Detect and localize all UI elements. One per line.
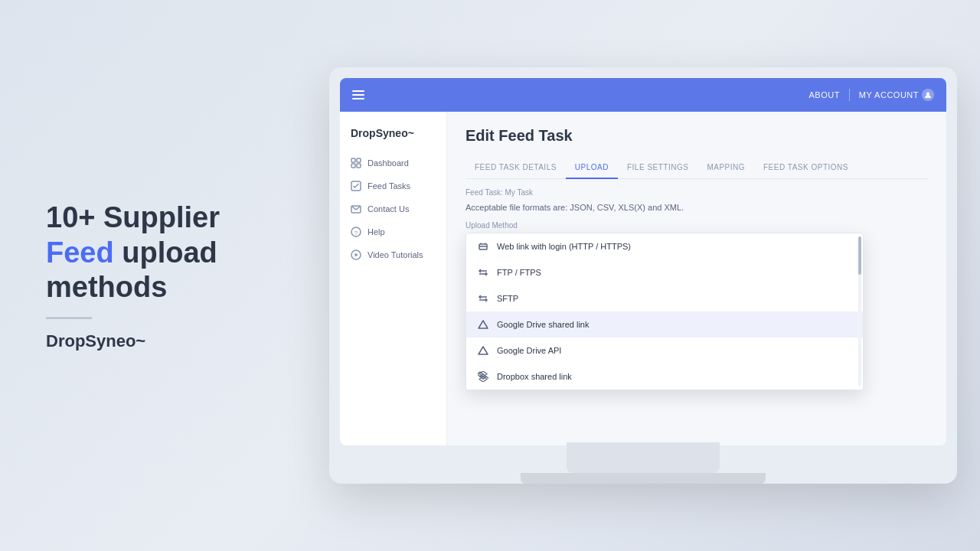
scrollbar-track (858, 236, 861, 386)
tab-upload[interactable]: UPLOAD (566, 157, 618, 179)
grid-icon (351, 158, 361, 168)
sidebar-item-video-tutorials[interactable]: Video Tutorials (340, 243, 446, 266)
svg-rect-3 (351, 164, 355, 168)
dropdown-item-dropbox[interactable]: Dropbox shared link (466, 364, 863, 390)
upload-section: Upload Method Web (466, 221, 928, 230)
gdrive-api-icon (477, 344, 489, 357)
dropbox-icon (477, 370, 489, 383)
promo-line2-highlight: Feed (46, 236, 114, 268)
sidebar-item-video-tutorials-label: Video Tutorials (368, 250, 423, 259)
promo-line1: 10+ Supplier (46, 201, 220, 233)
app-header: ABOUT MY ACCOUNT (340, 78, 946, 112)
sidebar-item-help-label: Help (368, 227, 385, 236)
svg-marker-20 (479, 347, 488, 354)
svg-marker-10 (355, 253, 359, 257)
sftp-icon (477, 292, 489, 305)
ftp-icon (477, 266, 489, 279)
monitor-stand-area (340, 442, 946, 484)
monitor-screen: ABOUT MY ACCOUNT DropSyneo~ (340, 78, 946, 445)
dropdown-item-gdrive-shared[interactable]: Google Drive shared link (466, 311, 863, 337)
header-right: ABOUT MY ACCOUNT (808, 89, 934, 101)
monitor-frame: ABOUT MY ACCOUNT DropSyneo~ (329, 67, 957, 484)
tab-feed-task-options[interactable]: FEED TASK OPTIONS (754, 157, 858, 179)
svg-marker-19 (479, 321, 488, 328)
link-icon (477, 240, 489, 253)
play-circle-icon (351, 249, 361, 260)
promo-logo-syneo: Syneo (85, 331, 136, 350)
dropdown-item-web-link[interactable]: Web link with login (HTTP / HTTPS) (466, 233, 863, 259)
main-content: Edit Feed Task FEED TASK DETAILS UPLOAD … (447, 112, 946, 445)
envelope-icon (351, 204, 361, 214)
page-title: Edit Feed Task (466, 127, 928, 145)
help-circle-icon: ? (351, 227, 361, 237)
svg-text:?: ? (354, 230, 358, 236)
monitor-container: ABOUT MY ACCOUNT DropSyneo~ (329, 67, 957, 484)
dropdown-item-ftp[interactable]: FTP / FTPS (466, 259, 863, 285)
dropdown-menu: Web link with login (HTTP / HTTPS) (466, 233, 864, 390)
svg-point-0 (926, 93, 929, 96)
sidebar-logo-drop: Drop (351, 127, 376, 139)
dropdown-item-sftp[interactable]: SFTP (466, 285, 863, 311)
sidebar-logo-syneo: Syneo (376, 127, 408, 139)
header-left (352, 90, 364, 99)
sidebar-item-contact-us[interactable]: Contact Us (340, 197, 446, 220)
my-account-label: MY ACCOUNT (859, 90, 919, 99)
upload-method-label: Upload Method (466, 221, 928, 230)
dropdown-item-dropbox-label: Dropbox shared link (497, 372, 572, 381)
promo-divider (46, 317, 92, 318)
check-square-icon (351, 181, 361, 191)
promo-logo: DropSyneo~ (46, 331, 260, 350)
sidebar-item-help[interactable]: ? Help (340, 220, 446, 243)
sidebar-item-feed-tasks[interactable]: Feed Tasks (340, 174, 446, 197)
svg-rect-2 (357, 158, 361, 162)
promo-line2-normal: upload (114, 236, 217, 268)
promo-line3: methods (46, 271, 167, 303)
svg-rect-1 (351, 158, 355, 162)
promo-logo-tilde: ~ (136, 331, 145, 350)
sidebar-item-dashboard[interactable]: Dashboard (340, 152, 446, 174)
dropdown-item-gdrive-api[interactable]: Google Drive API (466, 337, 863, 364)
hamburger-icon[interactable] (352, 90, 364, 99)
gdrive-shared-icon (477, 318, 489, 331)
sidebar-logo-tilde: ~ (408, 127, 414, 139)
promo-logo-drop: Drop (46, 331, 85, 350)
my-account-link[interactable]: MY ACCOUNT (859, 89, 934, 101)
tab-mapping[interactable]: MAPPING (697, 157, 754, 179)
dropdown-item-ftp-label: FTP / FTPS (497, 268, 541, 277)
dropdown-item-web-link-label: Web link with login (HTTP / HTTPS) (497, 242, 631, 251)
dropdown-item-gdrive-api-label: Google Drive API (497, 346, 561, 355)
sidebar: DropSyneo~ Dashboard Feed Tasks (340, 112, 447, 445)
user-avatar-icon (922, 89, 934, 101)
sidebar-item-feed-tasks-label: Feed Tasks (368, 181, 410, 191)
promo-panel: 10+ Supplier Feed upload methods DropSyn… (46, 201, 260, 351)
svg-rect-4 (357, 164, 361, 168)
sidebar-item-contact-us-label: Contact Us (368, 204, 409, 214)
sidebar-logo: DropSyneo~ (340, 124, 446, 152)
promo-title: 10+ Supplier Feed upload methods (46, 201, 260, 305)
tab-bar: FEED TASK DETAILS UPLOAD FILE SETTINGS M… (466, 157, 928, 179)
acceptable-formats-text: Acceptable file formats are: JSON, CSV, … (466, 203, 928, 212)
app-body: DropSyneo~ Dashboard Feed Tasks (340, 112, 946, 445)
scrollbar-thumb[interactable] (858, 236, 861, 275)
sidebar-item-dashboard-label: Dashboard (368, 158, 409, 168)
header-divider (849, 89, 850, 101)
tab-file-settings[interactable]: FILE SETTINGS (618, 157, 697, 179)
about-link[interactable]: ABOUT (808, 90, 839, 99)
dropdown-item-gdrive-shared-label: Google Drive shared link (497, 320, 589, 329)
dropdown-item-sftp-label: SFTP (497, 294, 518, 303)
tab-feed-task-details[interactable]: FEED TASK DETAILS (466, 157, 566, 179)
monitor-base (521, 473, 766, 484)
monitor-stand (567, 442, 720, 473)
breadcrumb: Feed Task: My Task (466, 188, 928, 197)
